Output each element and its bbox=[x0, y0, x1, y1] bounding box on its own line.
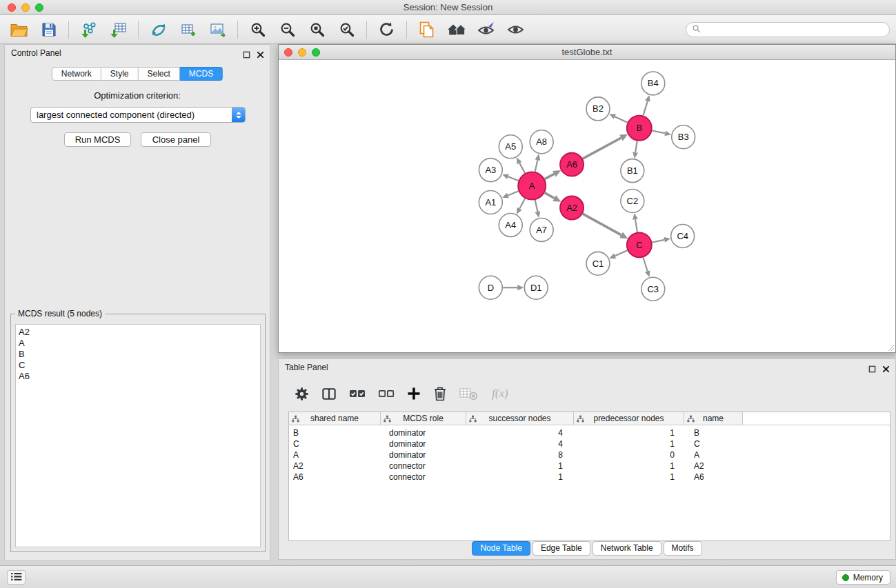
graph-node-label: A5 bbox=[505, 141, 516, 152]
graph-edge-arrow-icon bbox=[502, 174, 509, 179]
style-preview-icon[interactable] bbox=[471, 17, 501, 42]
graph-edge-arrow-icon bbox=[664, 130, 671, 136]
split-columns-icon[interactable] bbox=[321, 386, 337, 402]
mcds-result-item[interactable]: A6 bbox=[16, 371, 260, 382]
zoom-out-icon[interactable] bbox=[272, 17, 302, 42]
control-panel-tabs: NetworkStyleSelectMCDS bbox=[52, 67, 223, 81]
graph-node-label: A4 bbox=[505, 220, 516, 230]
save-icon[interactable] bbox=[34, 17, 63, 42]
column-header-shared-name[interactable]: shared name bbox=[289, 412, 381, 425]
column-header-predecessor-nodes[interactable]: predecessor nodes bbox=[574, 412, 684, 425]
close-panel-button[interactable]: Close panel bbox=[141, 132, 211, 147]
close-panel-icon[interactable] bbox=[257, 49, 264, 61]
zoom-selected-icon[interactable] bbox=[332, 17, 361, 42]
tab-node-table[interactable]: Node Table bbox=[472, 541, 530, 556]
network-new-icon[interactable] bbox=[143, 17, 173, 42]
graph-edge-A-A8[interactable] bbox=[535, 160, 538, 172]
tab-network-table[interactable]: Network Table bbox=[593, 541, 661, 556]
home-icon[interactable] bbox=[441, 17, 471, 42]
table-cell: 8 bbox=[466, 450, 574, 460]
folder-open-icon[interactable] bbox=[4, 17, 34, 42]
table-row[interactable]: A6connector11A6 bbox=[289, 472, 890, 483]
criterion-dropdown[interactable]: largest connected component (directed) bbox=[30, 107, 246, 123]
graph-edge-A-A1[interactable] bbox=[508, 191, 518, 195]
image-export-icon[interactable] bbox=[203, 17, 232, 42]
dropdown-arrows-icon bbox=[232, 108, 245, 122]
graph-edge-A2-C[interactable] bbox=[583, 214, 621, 235]
zoom-fit-icon[interactable] bbox=[302, 17, 332, 42]
run-mcds-button[interactable]: Run MCDS bbox=[64, 132, 131, 147]
tab-mcds[interactable]: MCDS bbox=[180, 67, 223, 81]
graph-edge-A6-B[interactable] bbox=[583, 138, 621, 159]
resize-grip-icon[interactable] bbox=[886, 343, 895, 352]
table-panel-title: Table Panel bbox=[285, 359, 328, 376]
show-panels-button[interactable] bbox=[7, 570, 26, 585]
table-row[interactable]: Adominator80A bbox=[289, 449, 890, 460]
network-canvas[interactable]: B4B2BB3A8A5A6B1A3AC2A1A2A4A7C4CC1C3DD1 bbox=[279, 60, 895, 352]
table-cell: 4 bbox=[466, 439, 574, 449]
float-panel-icon[interactable] bbox=[243, 49, 250, 61]
graph-edge-A-A5[interactable] bbox=[519, 163, 525, 173]
column-header-mcds-role[interactable]: MCDS role bbox=[381, 412, 466, 425]
graph-edge-A-A7[interactable] bbox=[535, 200, 538, 212]
graph-edge-B-B2[interactable] bbox=[615, 116, 627, 123]
tab-edge-table[interactable]: Edge Table bbox=[532, 541, 590, 556]
graph-edge-B-B4[interactable] bbox=[643, 101, 647, 116]
graph-node-label: A8 bbox=[536, 136, 547, 147]
unselect-all-icon[interactable] bbox=[377, 386, 395, 401]
search-box[interactable] bbox=[686, 22, 890, 37]
mcds-result-item[interactable]: B bbox=[16, 349, 260, 360]
tab-motifs[interactable]: Motifs bbox=[664, 541, 702, 556]
float-table-panel-icon[interactable] bbox=[868, 363, 876, 376]
title-bar[interactable]: Session: New Session bbox=[0, 0, 896, 15]
search-icon bbox=[692, 23, 701, 36]
mcds-result-item[interactable]: C bbox=[16, 360, 260, 371]
graph-node-label: C1 bbox=[593, 258, 604, 269]
copy-document-icon[interactable] bbox=[412, 17, 441, 42]
mcds-result-item[interactable]: A2 bbox=[16, 327, 260, 338]
select-all-icon[interactable] bbox=[348, 386, 366, 401]
graph-edge-A-A6[interactable] bbox=[545, 174, 555, 179]
tab-style[interactable]: Style bbox=[101, 67, 139, 81]
graph-edge-C-C3[interactable] bbox=[643, 257, 647, 271]
table-row[interactable]: Cdominator41C bbox=[289, 438, 890, 449]
column-header-name[interactable]: name bbox=[684, 412, 743, 425]
column-header-successor-nodes[interactable]: successor nodes bbox=[466, 412, 574, 425]
import-table-icon[interactable] bbox=[103, 17, 133, 42]
graph-edge-A-A4[interactable] bbox=[519, 199, 525, 209]
graph-edge-C-C2[interactable] bbox=[635, 219, 637, 232]
delete-icon[interactable] bbox=[432, 385, 448, 402]
add-icon[interactable] bbox=[406, 386, 421, 401]
table-body: Bdominator41BCdominator41CAdominator80AA… bbox=[289, 425, 890, 483]
column-label: predecessor nodes bbox=[593, 414, 664, 423]
zoom-in-icon[interactable] bbox=[243, 17, 272, 42]
tab-network[interactable]: Network bbox=[52, 67, 101, 81]
column-label: name bbox=[703, 414, 724, 423]
table-row[interactable]: A2connector11A2 bbox=[289, 460, 890, 472]
graph-edge-A-A2[interactable] bbox=[545, 193, 555, 199]
mcds-result-group: MCDS result (5 nodes) A2ABCA6 bbox=[10, 314, 266, 552]
table-new-icon[interactable] bbox=[173, 17, 203, 42]
table-cell: C bbox=[289, 439, 381, 449]
graph-edge-B-B1[interactable] bbox=[635, 141, 637, 152]
table-row[interactable]: Bdominator41B bbox=[289, 427, 890, 438]
search-input[interactable] bbox=[704, 23, 889, 36]
graph-edge-C-C4[interactable] bbox=[652, 240, 664, 243]
import-network-icon[interactable] bbox=[74, 17, 103, 42]
close-table-panel-icon[interactable] bbox=[882, 363, 890, 376]
graph-edge-C-C1[interactable] bbox=[615, 250, 628, 256]
network-graph[interactable]: B4B2BB3A8A5A6B1A3AC2A1A2A4A7C4CC1C3DD1 bbox=[279, 60, 895, 352]
mcds-result-list[interactable]: A2ABCA6 bbox=[15, 324, 261, 547]
tab-select[interactable]: Select bbox=[139, 67, 180, 81]
network-window-titlebar[interactable]: testGlobe.txt bbox=[279, 45, 895, 60]
refresh-icon[interactable] bbox=[372, 17, 401, 42]
eye-icon[interactable] bbox=[501, 17, 530, 42]
mcds-result-item[interactable]: A bbox=[16, 338, 260, 349]
table-cell: 0 bbox=[574, 450, 684, 460]
graph-edge-B-B3[interactable] bbox=[652, 131, 665, 134]
table-cell: B bbox=[289, 428, 381, 438]
table-cell: B bbox=[684, 428, 743, 438]
memory-button[interactable]: Memory bbox=[836, 570, 890, 585]
graph-edge-A-A3[interactable] bbox=[508, 176, 518, 181]
gear-icon[interactable] bbox=[294, 386, 310, 402]
